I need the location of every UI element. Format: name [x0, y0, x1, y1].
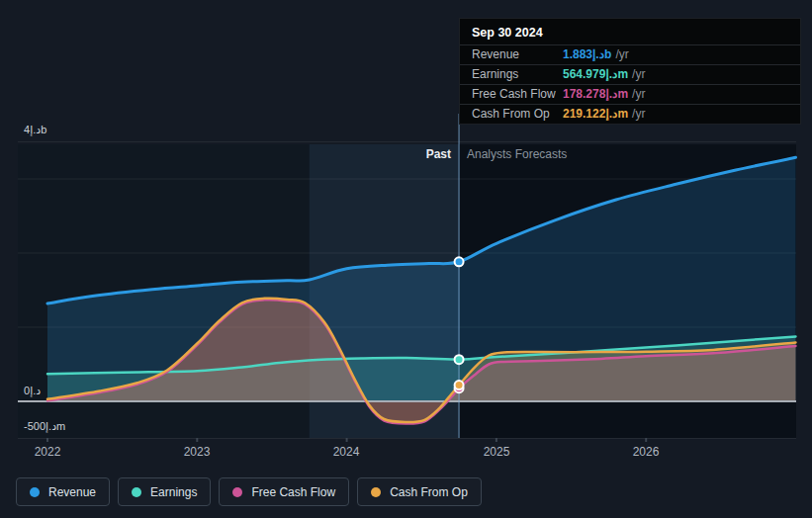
tooltip-label: Earnings [472, 67, 563, 82]
y-axis-label-neg500m: -500د.إm [24, 420, 65, 433]
x-axis-label-2025: 2025 [475, 445, 518, 459]
y-axis-label-zero: 0د.إ [24, 385, 41, 397]
chart-legend: Revenue Earnings Free Cash Flow Cash Fro… [16, 477, 482, 506]
data-tooltip: Sep 30 2024 Revenue 1.883د.إb /yr Earnin… [459, 18, 801, 125]
tooltip-label: Free Cash Flow [472, 87, 563, 102]
tooltip-row-revenue: Revenue 1.883د.إb /yr [460, 44, 800, 64]
earnings-revenue-growth-chart-page: 4د.إb 0د.إ -500د.إm Past Analysts Foreca… [0, 0, 812, 518]
legend-item-earnings[interactable]: Earnings [118, 477, 211, 506]
tooltip-row-free-cash-flow: Free Cash Flow 178.278د.إm /yr [460, 84, 800, 104]
tooltip-row-earnings: Earnings 564.979د.إm /yr [460, 64, 800, 84]
past-section-label: Past [426, 147, 451, 161]
free-cash-flow-dot-icon [232, 487, 242, 497]
cash-from-op-dot-icon [371, 487, 381, 497]
legend-label: Revenue [48, 485, 96, 499]
legend-label: Earnings [150, 485, 197, 499]
tooltip-value: 564.979د.إm [563, 67, 628, 82]
tooltip-label: Revenue [472, 47, 563, 62]
revenue-dot-icon [30, 487, 40, 497]
legend-item-revenue[interactable]: Revenue [16, 477, 110, 506]
y-axis-label-4b: 4د.إb [24, 124, 46, 136]
legend-item-free-cash-flow[interactable]: Free Cash Flow [219, 477, 349, 506]
tooltip-suffix: /yr [632, 107, 645, 122]
tooltip-suffix: /yr [632, 67, 645, 82]
tooltip-date: Sep 30 2024 [460, 19, 800, 44]
legend-label: Cash From Op [390, 485, 468, 499]
legend-label: Free Cash Flow [251, 485, 335, 499]
analysts-forecasts-section-label: Analysts Forecasts [467, 147, 567, 161]
tooltip-value: 178.278د.إm [563, 87, 628, 102]
earnings-dot-icon [132, 487, 141, 497]
x-axis-label-2023: 2023 [175, 445, 219, 459]
x-axis-label-2022: 2022 [26, 445, 69, 459]
tooltip-value: 1.883د.إb [563, 47, 611, 62]
tooltip-label: Cash From Op [472, 107, 563, 122]
x-axis-label-2024: 2024 [324, 445, 368, 459]
tooltip-suffix: /yr [632, 87, 645, 102]
tooltip-suffix: /yr [615, 47, 628, 62]
tooltip-row-cash-from-op: Cash From Op 219.122د.إm /yr [460, 104, 800, 124]
legend-item-cash-from-op[interactable]: Cash From Op [357, 477, 482, 506]
tooltip-value: 219.122د.إm [563, 107, 628, 122]
x-axis-label-2026: 2026 [624, 445, 668, 459]
